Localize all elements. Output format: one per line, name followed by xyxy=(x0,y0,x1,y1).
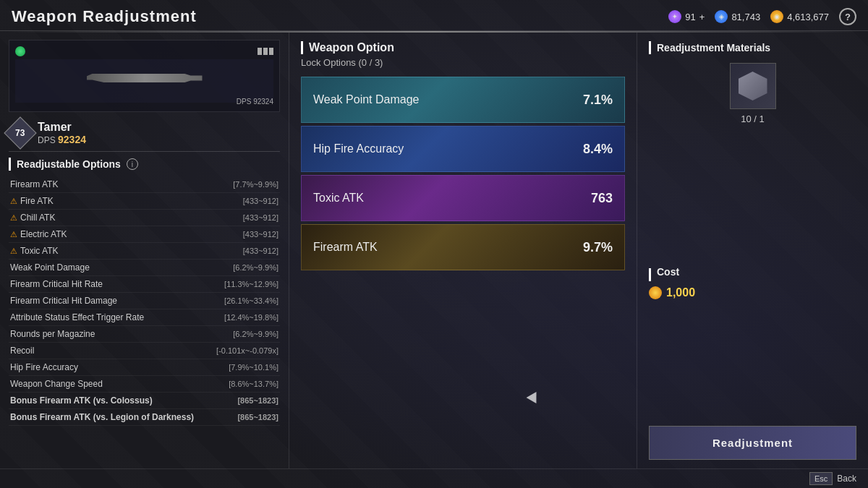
option-name-firearm-atk: Firearm ATK xyxy=(10,179,58,189)
section-bar xyxy=(9,158,11,171)
weapon-silhouette xyxy=(72,63,217,99)
materials-bar xyxy=(649,41,651,54)
gold-count: 4,613,677 xyxy=(787,12,829,22)
option-name-electric-atk: ⚠Electric ATK xyxy=(10,229,67,239)
blue-count: 81,743 xyxy=(731,12,760,22)
back-text: Back xyxy=(837,474,856,484)
option-name-chill-atk: ⚠Chill ATK xyxy=(10,213,55,223)
option-name-toxic-atk: ⚠Toxic ATK xyxy=(10,246,58,256)
readjustable-header: Readjustable Options i xyxy=(9,158,280,171)
cost-title: Cost xyxy=(657,266,679,278)
weapon-info: 73 Tamer DPS 92324 xyxy=(9,118,280,145)
toxic-label: Toxic ATK xyxy=(313,192,364,205)
readjustment-button[interactable]: Readjustment xyxy=(649,426,856,460)
cost-header: Cost xyxy=(649,266,856,283)
lock-options-text: Lock Options (0 / 3) xyxy=(301,57,625,68)
option-row-firearm-atk: Firearm ATK [7.7%~9.9%] xyxy=(9,176,280,193)
middle-panel: Weapon Option Lock Options (0 / 3) Weak … xyxy=(289,33,637,468)
option-row-weapon-change: Weapon Change Speed [8.6%~13.7%] xyxy=(9,376,280,393)
option-range-weapon-change: [8.6%~13.7%] xyxy=(229,380,278,388)
option-row-recoil: Recoil [-0.101x~-0.079x] xyxy=(9,343,280,359)
help-button[interactable]: ? xyxy=(839,8,856,25)
option-row-bonus-legion: Bonus Firearm ATK (vs. Legion of Darknes… xyxy=(9,409,280,426)
firearm-label: Firearm ATK xyxy=(313,241,378,254)
option-range-toxic-atk: [433~912] xyxy=(243,247,278,255)
material-icon-box xyxy=(730,63,776,109)
purple-currency-icon: ✦ xyxy=(668,10,681,23)
option-row-crit-rate: Firearm Critical Hit Rate [11.3%~12.9%] xyxy=(9,276,280,293)
gold-coin-icon xyxy=(649,286,662,299)
blue-currency-icon: ◈ xyxy=(715,10,728,23)
cost-amount: 1,000 xyxy=(666,286,695,299)
option-range-fire-atk: [433~912] xyxy=(243,197,278,205)
stat-gold: ◉ 4,613,677 xyxy=(770,10,829,23)
weapon-option-title: Weapon Option xyxy=(309,41,394,54)
option-range-crit-dmg: [26.1%~33.4%] xyxy=(224,296,278,305)
option-name-bonus-legion: Bonus Firearm ATK (vs. Legion of Darknes… xyxy=(10,412,194,422)
weapon-divider xyxy=(9,151,280,152)
slot-1 xyxy=(258,48,262,55)
option-range-bonus-colossus: [865~1823] xyxy=(237,396,278,405)
weapon-dps-number: 92324 xyxy=(58,134,86,145)
right-panel: Readjustment Materials 10 / 1 Cost 1,000 xyxy=(637,33,868,468)
weapon-dps-label: DPS xyxy=(38,135,56,145)
option-row-weak-point: Weak Point Damage [6.2%~9.9%] xyxy=(9,260,280,276)
weapon-name-dps: Tamer DPS 92324 xyxy=(38,121,86,145)
main-container: Weapon Readjustment ✦ 91 + ◈ 81,743 ◉ 4,… xyxy=(0,0,868,488)
option-name-weapon-change: Weapon Change Speed xyxy=(10,379,103,389)
option-range-electric-atk: [433~912] xyxy=(243,230,278,239)
material-item: 10 / 1 xyxy=(649,63,856,124)
weapon-level-diamond: 73 xyxy=(4,116,36,149)
option-range-hip-fire: [7.9%~10.1%] xyxy=(229,363,278,372)
weapon-option-firearm[interactable]: Firearm ATK 9.7% xyxy=(301,224,625,270)
warning-icon-toxic: ⚠ xyxy=(10,247,17,256)
weapon-option-hip-fire[interactable]: Hip Fire Accuracy 8.4% xyxy=(301,126,625,172)
weapon-level: 73 xyxy=(15,128,25,138)
esc-badge: Esc xyxy=(809,472,833,485)
option-name-status: Attribute Status Effect Trigger Rate xyxy=(10,312,144,322)
option-range-chill-atk: [433~912] xyxy=(243,213,278,222)
warning-icon-chill: ⚠ xyxy=(10,213,17,223)
toxic-value: 763 xyxy=(591,191,613,206)
hip-fire-label: Hip Fire Accuracy xyxy=(313,142,404,155)
dps-value: 92324 xyxy=(253,98,273,106)
materials-section: Readjustment Materials 10 / 1 xyxy=(649,41,856,124)
weapon-option-header: Weapon Option xyxy=(301,41,625,54)
option-name-bonus-colossus: Bonus Firearm ATK (vs. Colossus) xyxy=(10,395,153,406)
option-name-fire-atk: ⚠Fire ATK xyxy=(10,196,54,206)
footer: Esc Back xyxy=(0,468,868,488)
purple-plus: + xyxy=(699,12,705,22)
option-name-crit-dmg: Firearm Critical Hit Damage xyxy=(10,296,117,306)
weapon-card-dps: DPS 92324 xyxy=(237,98,273,106)
main-content: DPS 92324 73 Tamer DPS 92324 xyxy=(0,33,868,468)
option-row-fire-atk: ⚠Fire ATK [433~912] xyxy=(9,193,280,210)
purple-count: 91 xyxy=(685,12,695,22)
dps-label: DPS xyxy=(237,98,252,106)
info-icon[interactable]: i xyxy=(127,158,138,170)
option-name-magazine: Rounds per Magazine xyxy=(10,329,95,339)
stat-purple: ✦ 91 + xyxy=(668,10,705,23)
weapon-option-bar xyxy=(301,41,303,54)
left-panel: DPS 92324 73 Tamer DPS 92324 xyxy=(0,33,289,468)
cost-value: 1,000 xyxy=(649,286,856,299)
readjustable-options-list: Firearm ATK [7.7%~9.9%] ⚠Fire ATK [433~9… xyxy=(9,176,280,461)
cost-bar xyxy=(649,268,651,281)
option-row-hip-fire: Hip Fire Accuracy [7.9%~10.1%] xyxy=(9,359,280,376)
option-range-magazine: [6.2%~9.9%] xyxy=(233,330,278,338)
header: Weapon Readjustment ✦ 91 + ◈ 81,743 ◉ 4,… xyxy=(0,0,868,31)
slot-2 xyxy=(263,48,268,55)
weapon-image-area xyxy=(15,59,273,103)
cost-section: Cost 1,000 xyxy=(649,266,856,299)
option-row-toxic-atk: ⚠Toxic ATK [433~912] xyxy=(9,243,280,260)
weapon-status-indicator xyxy=(15,46,25,56)
option-range-status: [12.4%~19.8%] xyxy=(224,313,278,322)
header-stats: ✦ 91 + ◈ 81,743 ◉ 4,613,677 ? xyxy=(668,8,856,25)
option-row-chill-atk: ⚠Chill ATK [433~912] xyxy=(9,210,280,226)
option-name-hip-fire: Hip Fire Accuracy xyxy=(10,362,78,372)
page-title: Weapon Readjustment xyxy=(12,7,197,26)
option-name-crit-rate: Firearm Critical Hit Rate xyxy=(10,279,103,289)
weapon-option-toxic[interactable]: Toxic ATK 763 xyxy=(301,175,625,221)
weapon-option-weak-point[interactable]: Weak Point Damage 7.1% xyxy=(301,77,625,123)
weapon-card-top xyxy=(15,46,273,56)
firearm-value: 9.7% xyxy=(583,240,613,255)
